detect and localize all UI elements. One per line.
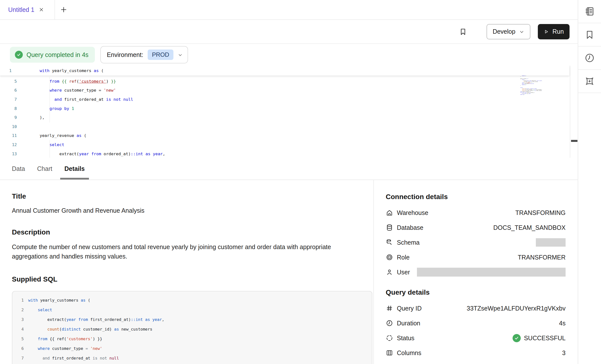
- code-line: extract(year from first_ordered_at)::int…: [24, 317, 164, 322]
- tab-data[interactable]: Data: [12, 158, 25, 180]
- details-left-column: Title Annual Customer Growth and Revenue…: [12, 180, 372, 364]
- develop-label: Develop: [493, 28, 516, 35]
- line-number: 3: [12, 317, 24, 322]
- tab-details[interactable]: Details: [64, 158, 85, 180]
- code-line: select: [24, 308, 52, 312]
- editor-scrollbar[interactable]: [570, 66, 578, 158]
- query-status-text: Query completed in 4s: [27, 51, 88, 58]
- user-icon: [386, 268, 393, 276]
- detail-row-query-id: Query ID33TZseWpe1ALFDUYerxR1gVKxbv: [386, 304, 566, 313]
- code-line: with yearly_customers as (: [24, 298, 90, 303]
- description-text: Compute the number of new customers and …: [12, 242, 372, 261]
- line-number: 7: [0, 97, 17, 102]
- tab-bar: Untitled 1: [0, 0, 578, 20]
- scrollbar-thumb[interactable]: [571, 140, 577, 142]
- query-details-heading: Query details: [386, 288, 566, 296]
- detail-label: Warehouse: [397, 209, 428, 216]
- explore-icon: [584, 76, 595, 87]
- editor-line: 6 where customer_type = 'new': [0, 86, 569, 95]
- code-line: count(distinct customer_id) as new_custo…: [24, 327, 152, 332]
- detail-value: 3: [562, 349, 566, 357]
- line-number: 6: [0, 88, 17, 93]
- sql-line: 1with yearly_customers as (: [12, 295, 372, 305]
- code-line: with yearly_customers as (: [12, 68, 104, 73]
- description-line: aggregations and handles missing values.: [12, 252, 372, 261]
- connection-details-heading: Connection details: [386, 193, 566, 201]
- plus-icon: [60, 6, 67, 13]
- editor-line: 12 select: [0, 140, 569, 149]
- detail-row-warehouse: WarehouseTRANSFORMING: [386, 208, 566, 217]
- editor-line: 8 group by 1: [0, 104, 569, 113]
- editor-line: 9),: [0, 113, 569, 122]
- title-heading: Title: [12, 192, 372, 200]
- detail-label: Schema: [397, 239, 420, 246]
- tab-untitled-1[interactable]: Untitled 1: [0, 0, 55, 19]
- detail-row-duration: Duration4s: [386, 319, 566, 328]
- environment-dropdown[interactable]: Environment: PROD: [100, 46, 188, 63]
- detail-value: DOCS_TEAM_SANDBOX: [493, 224, 566, 231]
- editor-line: 5 from {{ ref('customers') }}: [0, 77, 569, 86]
- sql-line: 7 and first_ordered_at is not null: [12, 353, 372, 363]
- detail-value: [536, 238, 566, 247]
- line-number: 12: [0, 142, 17, 147]
- bookmark-icon[interactable]: [459, 27, 467, 36]
- detail-row-database: DatabaseDOCS_TEAM_SANDBOX: [386, 223, 566, 232]
- sql-line: 3 extract(year from first_ordered_at)::i…: [12, 315, 372, 324]
- description-heading: Description: [12, 228, 372, 236]
- main-area: Untitled 1 Develop Run Query completed i…: [0, 0, 578, 364]
- close-icon[interactable]: [38, 7, 44, 13]
- detail-value: TRANSFORMER: [518, 254, 566, 261]
- role-icon: [386, 254, 393, 261]
- database-icon: [386, 224, 393, 231]
- sidebar-item-history[interactable]: [578, 47, 601, 70]
- query-status-pill: Query completed in 4s: [10, 47, 95, 63]
- detail-label: User: [397, 269, 410, 276]
- details-right-column: Connection details WarehouseTRANSFORMING…: [373, 180, 578, 364]
- detail-row-user: User: [386, 268, 566, 277]
- supplied-sql-block: 1with yearly_customers as (2 select3 ext…: [12, 291, 372, 364]
- supplied-sql-heading: Supplied SQL: [12, 275, 372, 283]
- status-row: Query completed in 4s Environment: PROD: [0, 44, 578, 66]
- line-number: 5: [0, 79, 17, 84]
- columns-icon: [386, 349, 393, 357]
- line-number: 11: [0, 133, 17, 138]
- sidebar-item-bookmark[interactable]: [578, 23, 601, 47]
- line-number: 4: [12, 327, 24, 332]
- bookmark-icon: [584, 29, 595, 40]
- sidebar-item-notebook[interactable]: [578, 0, 601, 23]
- results-tab-bar: DataChartDetails: [0, 158, 578, 180]
- detail-value: TRANSFORMING: [515, 209, 566, 216]
- develop-button[interactable]: Develop: [487, 24, 530, 39]
- line-number: 5: [12, 337, 24, 341]
- check-icon: [514, 336, 519, 340]
- sidebar-item-explore[interactable]: [578, 70, 601, 93]
- editor-line: 13 extract(year from ordered_at)::int as…: [0, 149, 569, 158]
- code-line: from {{ ref('customers') }}: [17, 79, 116, 84]
- new-tab-button[interactable]: [55, 0, 72, 19]
- line-number: 8: [0, 106, 17, 111]
- right-sidebar: [578, 0, 601, 364]
- editor-lines: 5 from {{ ref('customers') }}6 where cus…: [0, 77, 569, 158]
- run-button[interactable]: Run: [538, 24, 570, 39]
- detail-label: Status: [397, 335, 414, 342]
- code-line: ),: [17, 115, 45, 120]
- clock-icon: [386, 319, 393, 327]
- detail-label: Database: [397, 224, 423, 231]
- indent-guide: [50, 140, 50, 158]
- play-icon: [544, 29, 549, 34]
- detail-label: Duration: [397, 320, 420, 327]
- tab-chart[interactable]: Chart: [37, 158, 52, 180]
- warehouse-icon: [386, 209, 393, 216]
- success-check-circle: [513, 334, 521, 342]
- hash-icon: [386, 305, 393, 312]
- detail-value: 4s: [559, 320, 566, 327]
- detail-label: Columns: [397, 349, 421, 357]
- line-number: 1: [12, 298, 24, 303]
- schema-icon: [386, 239, 393, 246]
- sql-line: 6 where customer_type = 'new': [12, 344, 372, 353]
- code-line: where customer_type = 'new': [24, 346, 102, 351]
- chevron-down-icon: [519, 29, 524, 34]
- detail-label: Query ID: [397, 305, 422, 312]
- code-line: where customer_type = 'new': [17, 88, 116, 93]
- sql-editor[interactable]: 5 from {{ ref('customers') }}6 where cus…: [0, 66, 578, 158]
